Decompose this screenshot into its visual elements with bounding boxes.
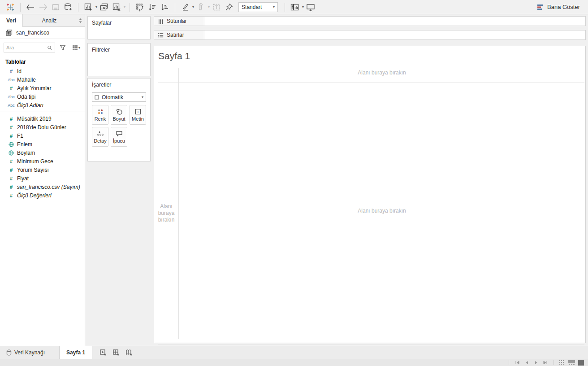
new-dashboard-tab-button[interactable]	[110, 346, 123, 359]
group-caret[interactable]: ▾	[208, 5, 210, 9]
show-cards-button[interactable]	[289, 1, 301, 13]
data-source-tab[interactable]: Veri Kaynağı	[0, 346, 51, 359]
measure-field-row[interactable]: #san_francisco.csv (Sayım)	[0, 183, 85, 191]
measure-field-row[interactable]: #Fiyat	[0, 174, 85, 183]
redo-button[interactable]	[37, 1, 49, 13]
rows-shelf-content[interactable]	[204, 30, 585, 39]
sheet-tab-active[interactable]: Sayfa 1	[59, 346, 92, 359]
save-button[interactable]	[50, 1, 61, 13]
show-me-button[interactable]: Bana Göster	[536, 4, 584, 11]
filter-icon	[60, 44, 66, 51]
last-sheet-button[interactable]	[542, 359, 549, 366]
status-separator	[553, 360, 554, 365]
number-icon: #	[10, 167, 13, 173]
new-story-tab-button[interactable]	[123, 346, 136, 359]
search-input[interactable]	[6, 45, 47, 50]
measure-field-row[interactable]: #2018'de Dolu Günler	[0, 123, 85, 131]
data-source-item[interactable]: san_francisco	[0, 27, 85, 39]
new-worksheet-tab-button[interactable]	[97, 346, 110, 359]
sort-descending-button[interactable]	[159, 1, 171, 13]
tab-data[interactable]: Veri	[0, 14, 23, 27]
show-labels-button[interactable]	[211, 1, 222, 13]
previous-sheet-button[interactable]	[523, 359, 530, 366]
view-grid-caret: ▾	[78, 46, 80, 50]
tab-analytics[interactable]: Analiz	[23, 14, 76, 26]
datasource-icon	[5, 29, 13, 36]
measure-list: #Müsaitlik 2019#2018'de Dolu Günler#F1En…	[0, 114, 85, 200]
measure-field-row[interactable]: Enlem	[0, 140, 85, 148]
columns-shelf-content[interactable]	[204, 17, 585, 26]
new-worksheet-button[interactable]	[82, 1, 94, 13]
highlight-button[interactable]	[179, 1, 191, 13]
show-tabs-view-button[interactable]	[558, 359, 566, 366]
swap-axes-button[interactable]	[134, 1, 146, 13]
filters-shelf[interactable]: Filtreler	[87, 43, 151, 76]
fit-dropdown[interactable]: Standart ▾	[238, 2, 278, 12]
detail-button[interactable]: Detay	[92, 127, 108, 147]
marks-label: İşaretler	[92, 82, 146, 88]
tableau-logo[interactable]	[4, 1, 16, 13]
dimension-field-row[interactable]: AbcMahalle	[0, 75, 85, 84]
number-icon: #	[10, 86, 13, 91]
dimension-field-row[interactable]: AbcÖlçü Adları	[0, 101, 85, 109]
group-button[interactable]	[195, 1, 207, 13]
field-label: Oda tipi	[17, 94, 35, 100]
search-box[interactable]	[4, 43, 55, 52]
highlight-caret[interactable]: ▾	[192, 5, 194, 9]
first-sheet-button[interactable]	[514, 359, 521, 366]
duplicate-button[interactable]	[98, 1, 110, 13]
clear-sheet-button[interactable]	[111, 1, 122, 13]
rows-icon	[158, 32, 164, 38]
sort-ascending-button[interactable]	[147, 1, 158, 13]
filmstrip-view-button[interactable]	[568, 359, 575, 366]
new-worksheet-caret[interactable]: ▾	[95, 5, 97, 9]
data-source-name: san_francisco	[16, 30, 49, 36]
color-button[interactable]: Renk	[92, 105, 108, 125]
show-cards-caret[interactable]: ▾	[302, 5, 304, 9]
pane-sort-icon[interactable]	[76, 14, 85, 26]
number-icon: #	[10, 133, 13, 139]
dimension-field-row[interactable]: #Id	[0, 67, 85, 75]
field-label: Yorum Sayısı	[17, 167, 49, 173]
sheet-canvas[interactable]: Sayfa 1 Alanı buraya bırakın Alanıburaya…	[154, 46, 586, 343]
measure-field-row[interactable]: #Minimum Gece	[0, 157, 85, 166]
drop-zone-rows[interactable]: Alanıburayabırakın	[154, 203, 178, 223]
undo-button[interactable]	[25, 1, 36, 13]
color-label: Renk	[95, 116, 106, 122]
number-icon: #	[10, 159, 13, 164]
next-sheet-button[interactable]	[532, 359, 540, 366]
add-datasource-button[interactable]	[62, 1, 74, 13]
presentation-mode-button[interactable]	[305, 1, 316, 13]
rows-shelf-label: Satırlar	[154, 30, 204, 39]
measure-field-row[interactable]: #F1	[0, 131, 85, 140]
clear-sheet-caret[interactable]: ▾	[124, 5, 125, 9]
drop-zone-center[interactable]: Alanı buraya bırakın	[178, 208, 585, 214]
field-label: Fiyat	[17, 175, 29, 182]
datasource-tab-icon	[6, 349, 12, 356]
filter-fields-button[interactable]	[57, 43, 69, 52]
tooltip-label: İpucu	[113, 138, 125, 144]
drop-zone-columns[interactable]: Alanı buraya bırakın	[178, 70, 585, 76]
sheet-view-button[interactable]	[577, 359, 584, 366]
tooltip-button[interactable]: İpucu	[111, 127, 127, 147]
rows-shelf[interactable]: Satırlar	[154, 30, 586, 40]
measure-field-row[interactable]: #Yorum Sayısı	[0, 166, 85, 174]
text-button[interactable]: T Metin	[130, 105, 146, 125]
number-icon: #	[10, 125, 13, 130]
size-button[interactable]: Boyut	[111, 105, 127, 125]
view-grid-button[interactable]: ▾	[70, 43, 82, 52]
columns-icon	[158, 18, 164, 24]
pages-shelf[interactable]: Sayfalar	[87, 16, 151, 39]
toolbar-separator	[130, 3, 130, 12]
measure-field-row[interactable]: Boylam	[0, 148, 85, 157]
columns-shelf[interactable]: Sütunlar	[154, 16, 586, 26]
fix-axes-button[interactable]	[223, 1, 235, 13]
mark-type-dropdown[interactable]: Otomatik ▾	[92, 92, 146, 102]
measure-field-row[interactable]: #Müsaitlik 2019	[0, 114, 85, 123]
show-me-icon	[536, 4, 545, 11]
dimension-field-row[interactable]: #Aylık Yorumlar	[0, 84, 85, 92]
dimension-field-row[interactable]: AbcOda tipi	[0, 92, 85, 101]
toolbar-separator	[78, 3, 78, 12]
field-label: Minimum Gece	[17, 158, 53, 165]
measure-field-row[interactable]: #Ölçü Değerleri	[0, 191, 85, 200]
